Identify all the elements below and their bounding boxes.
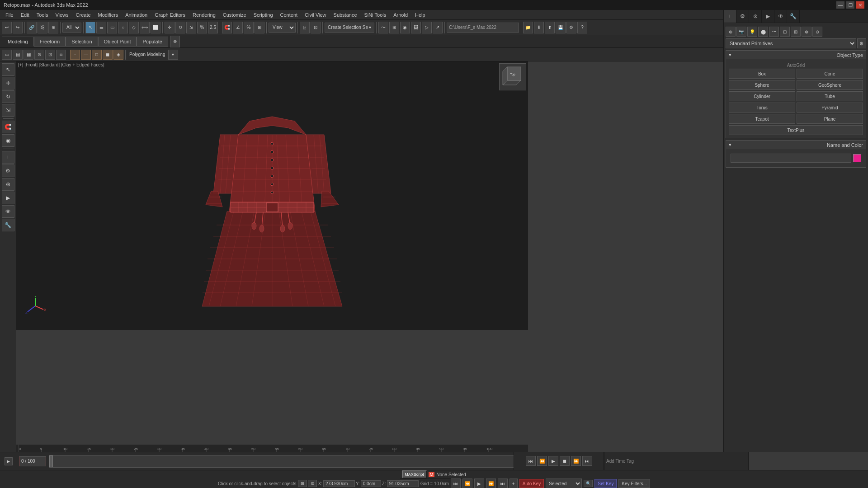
sub-edge[interactable]: —: [81, 50, 91, 60]
save-button[interactable]: 💾: [556, 22, 566, 33]
scale-button[interactable]: ⇲: [186, 22, 196, 33]
rp-icon-7[interactable]: ⊞: [791, 27, 801, 37]
schematic-view[interactable]: ⊞: [389, 22, 399, 33]
rp-icon-4[interactable]: ⬤: [758, 27, 768, 37]
align-button[interactable]: ⌻: [300, 22, 310, 33]
viewport[interactable]: [+] [Front] [Standard] [Clay + Edged Fac…: [16, 61, 528, 330]
rotate-button[interactable]: ↻: [175, 22, 185, 33]
menu-arnold[interactable]: Arnold: [390, 11, 411, 19]
view-dropdown[interactable]: View: [269, 23, 296, 33]
viewport-cube[interactable]: Top: [499, 63, 526, 90]
filter-dropdown[interactable]: All: [62, 23, 81, 33]
undo-button[interactable]: ↩: [2, 22, 12, 33]
btn-cylinder[interactable]: Cylinder: [729, 91, 795, 101]
timeline-playhead[interactable]: [49, 455, 53, 467]
percent-button[interactable]: %: [197, 22, 207, 33]
sub-btn-2[interactable]: ▤: [13, 50, 23, 60]
side-btn-hierarchy[interactable]: ⊛: [2, 178, 14, 191]
key-filters-button[interactable]: Key Filters...: [618, 479, 650, 488]
menu-help[interactable]: Help: [411, 11, 429, 19]
tab-freeform[interactable]: Freeform: [34, 37, 66, 47]
move-button[interactable]: ✛: [165, 22, 175, 33]
menu-file[interactable]: File: [2, 11, 17, 19]
btn-sphere[interactable]: Sphere: [729, 80, 795, 90]
help-search[interactable]: ?: [577, 22, 587, 33]
sub-border[interactable]: □: [92, 50, 102, 60]
menu-edit[interactable]: Edit: [17, 11, 33, 19]
menu-graph-editors[interactable]: Graph Editors: [151, 11, 189, 19]
btn-pyramid[interactable]: Pyramid: [797, 103, 863, 113]
tab-options-button[interactable]: ⊕: [170, 36, 180, 47]
sub-btn-1[interactable]: ▭: [2, 50, 12, 60]
rp-icon-9[interactable]: ⊙: [812, 27, 822, 37]
files-button[interactable]: 📁: [523, 22, 533, 33]
mini-script-btn[interactable]: M: [429, 472, 435, 477]
restore-button[interactable]: ❐: [846, 1, 854, 9]
rp-tab-utilities[interactable]: 🔧: [787, 10, 800, 23]
snap-toggle[interactable]: 🧲: [222, 22, 232, 33]
sub-vertex[interactable]: ·: [70, 50, 80, 60]
polygon-modeling-label[interactable]: Polygon Modeling: [127, 52, 167, 57]
sub-btn-4[interactable]: ⊙: [34, 50, 44, 60]
minimize-button[interactable]: —: [836, 1, 844, 9]
align-to-view[interactable]: ⊡: [311, 22, 321, 33]
rp-category-dropdown[interactable]: Standard Primitives Extended Primitives …: [726, 38, 856, 48]
import-button[interactable]: ⬇: [534, 22, 544, 33]
btn-geosphere[interactable]: GeoSphere: [797, 80, 863, 90]
status-goto-end[interactable]: ⏭: [498, 479, 508, 488]
rp-icon-3[interactable]: 💡: [747, 27, 757, 37]
object-name-input[interactable]: [731, 154, 851, 163]
render-last[interactable]: ↗: [433, 22, 443, 33]
goto-end-button[interactable]: ⏭: [582, 456, 592, 466]
add-key-btn[interactable]: +: [509, 479, 518, 488]
menu-customize[interactable]: Customize: [219, 11, 250, 19]
set-key-button[interactable]: Set Key: [594, 479, 617, 488]
object-type-header[interactable]: ▾ Object Type: [726, 51, 866, 59]
menu-scripting[interactable]: Scripting: [250, 11, 277, 19]
prev-frame-button[interactable]: ⏪: [537, 456, 547, 466]
color-swatch[interactable]: [853, 154, 861, 162]
side-btn-utilities[interactable]: 🔧: [2, 219, 14, 231]
rp-icon-6[interactable]: ⊡: [780, 27, 790, 37]
goto-start-button[interactable]: ⏮: [526, 456, 536, 466]
rp-tab-create[interactable]: +: [724, 10, 736, 23]
name-color-header[interactable]: ▾ Name and Color: [726, 141, 866, 149]
btn-cone[interactable]: Cone: [797, 69, 863, 79]
rp-tab-hierarchy[interactable]: ⊛: [749, 10, 762, 23]
angle-snap[interactable]: ∠: [233, 22, 243, 33]
settings-button[interactable]: ⚙: [566, 22, 576, 33]
select-region-rect[interactable]: ▭: [107, 22, 117, 33]
mirror-button[interactable]: ⟺: [140, 22, 150, 33]
redo-button[interactable]: ↪: [13, 22, 23, 33]
tab-object-paint[interactable]: Object Paint: [98, 37, 137, 47]
side-btn-scale[interactable]: ⇲: [2, 104, 14, 117]
tab-modeling[interactable]: Modeling: [2, 37, 34, 47]
status-goto-start[interactable]: ⏮: [451, 479, 461, 488]
next-frame-button[interactable]: ⏩: [571, 456, 581, 466]
rp-icon-2[interactable]: 📷: [736, 27, 746, 37]
btn-box[interactable]: Box: [729, 69, 795, 79]
btn-tube[interactable]: Tube: [797, 91, 863, 101]
select-button[interactable]: ↖: [85, 22, 95, 33]
rp-tab-modify[interactable]: ⚙: [736, 10, 749, 23]
menu-substance[interactable]: Substance: [330, 11, 361, 19]
link-button[interactable]: 🔗: [27, 22, 37, 33]
rp-icon-1[interactable]: ⊕: [726, 27, 736, 37]
selected-dropdown[interactable]: Selected: [546, 479, 582, 488]
select-by-name-button[interactable]: ☰: [96, 22, 106, 33]
sub-btn-3[interactable]: ▦: [24, 50, 33, 60]
filter-key-btn[interactable]: 🔍: [584, 480, 593, 487]
percent-snap[interactable]: %: [244, 22, 254, 33]
unlink-button[interactable]: ⛓: [38, 22, 47, 33]
side-btn-material[interactable]: ◉: [2, 134, 14, 147]
menu-modifiers[interactable]: Modifiers: [94, 11, 122, 19]
create-selection-set-button[interactable]: Create Selection Se ▾: [325, 23, 374, 33]
enabled-btn[interactable]: E: [308, 480, 317, 487]
sub-btn-5[interactable]: ⊡: [45, 50, 55, 60]
menu-civil-view[interactable]: Civil View: [301, 11, 330, 19]
tab-selection[interactable]: Selection: [66, 37, 98, 47]
btn-teapot[interactable]: Teapot: [729, 114, 795, 124]
side-btn-create[interactable]: +: [2, 151, 14, 164]
select-all-button[interactable]: ⬜: [151, 22, 160, 33]
btn-textplus[interactable]: TextPlus: [729, 125, 863, 135]
